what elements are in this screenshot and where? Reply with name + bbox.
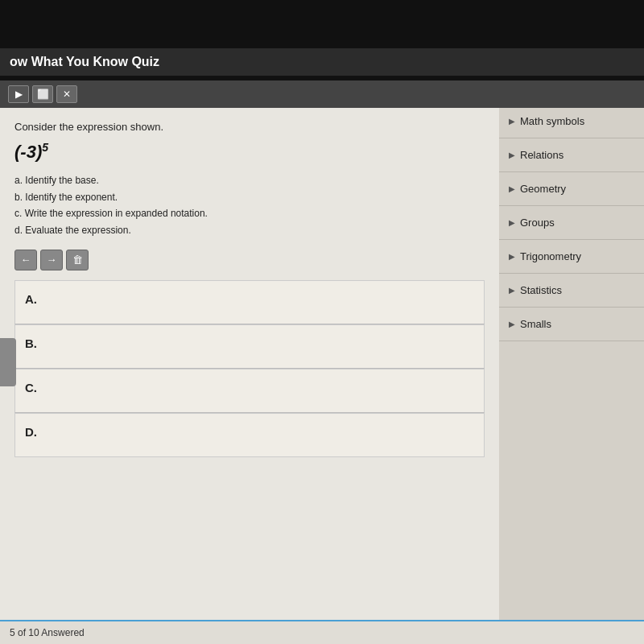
question-area: Consider the expression shown. (-3)5 a. … <box>0 105 499 620</box>
chevron-right-icon: ▶ <box>509 286 515 295</box>
sidebar-label-relations: Relations <box>520 149 564 161</box>
sidebar-label-geometry: Geometry <box>520 183 566 195</box>
title-bar: ow What You Know Quiz <box>0 48 644 76</box>
sidebar-item-smalls[interactable]: ▶ Smalls <box>499 308 644 341</box>
chevron-right-icon: ▶ <box>509 151 515 159</box>
sidebar-item-geometry[interactable]: ▶ Geometry <box>499 172 644 206</box>
left-panel-tab[interactable] <box>0 338 16 386</box>
answer-label-c: C. <box>25 381 37 394</box>
chevron-right-icon: ▶ <box>509 252 515 261</box>
sidebar-item-trigonometry[interactable]: ▶ Trigonometry <box>499 240 644 274</box>
answer-option-a[interactable]: A. <box>14 280 485 324</box>
answer-label-d: D. <box>25 425 37 439</box>
back-button[interactable]: ← <box>14 250 37 270</box>
sidebar-label-trigonometry: Trigonometry <box>520 250 581 262</box>
sidebar-label-statistics: Statistics <box>520 284 562 296</box>
bottom-bar: 5 of 10 Answered <box>0 620 644 644</box>
toolbar: ▶ ⬜ ✕ <box>0 80 644 108</box>
forward-button[interactable]: → <box>40 250 63 270</box>
sidebar-label-math-symbols: Math symbols <box>520 115 584 127</box>
sub-questions: a. Identify the base. b. Identify the ex… <box>14 172 485 238</box>
main-content: Consider the expression shown. (-3)5 a. … <box>0 105 644 620</box>
frame-tool[interactable]: ⬜ <box>32 85 53 103</box>
answer-controls: ← → 🗑 <box>14 250 485 270</box>
answer-label-a: A. <box>25 292 37 306</box>
chevron-right-icon: ▶ <box>509 320 515 328</box>
chevron-right-icon: ▶ <box>509 184 515 193</box>
sidebar-item-relations[interactable]: ▶ Relations <box>499 138 644 172</box>
question-intro: Consider the expression shown. <box>14 121 485 133</box>
chevron-right-icon: ▶ <box>509 218 515 227</box>
part-b: b. Identify the exponent. <box>14 189 485 205</box>
answer-options: A. B. C. D. <box>14 280 485 457</box>
quiz-title: ow What You Know Quiz <box>10 55 159 68</box>
progress-status: 5 of 10 Answered <box>10 627 85 638</box>
cursor-tool[interactable]: ▶ <box>8 85 29 103</box>
sidebar-label-smalls: Smalls <box>520 318 551 330</box>
answer-option-b[interactable]: B. <box>14 324 485 369</box>
answer-option-d[interactable]: D. <box>14 413 485 457</box>
close-tool[interactable]: ✕ <box>56 85 77 103</box>
part-d: d. Evaluate the expression. <box>14 222 485 238</box>
part-c: c. Write the expression in expanded nota… <box>14 205 485 221</box>
sidebar-item-groups[interactable]: ▶ Groups <box>499 206 644 240</box>
answer-option-c[interactable]: C. <box>14 369 485 413</box>
sidebar-label-groups: Groups <box>520 217 555 229</box>
sidebar-item-math-symbols[interactable]: ▶ Math symbols <box>499 105 644 138</box>
delete-button[interactable]: 🗑 <box>66 250 89 270</box>
part-a: a. Identify the base. <box>14 172 485 188</box>
expression-base: (-3) <box>14 142 42 162</box>
answer-label-b: B. <box>25 336 37 350</box>
sidebar-item-statistics[interactable]: ▶ Statistics <box>499 274 644 308</box>
math-expression: (-3)5 <box>14 141 485 163</box>
expression-exponent: 5 <box>42 141 48 154</box>
sidebar: ▶ Math symbols ▶ Relations ▶ Geometry ▶ … <box>499 105 644 620</box>
chevron-right-icon: ▶ <box>509 117 515 126</box>
